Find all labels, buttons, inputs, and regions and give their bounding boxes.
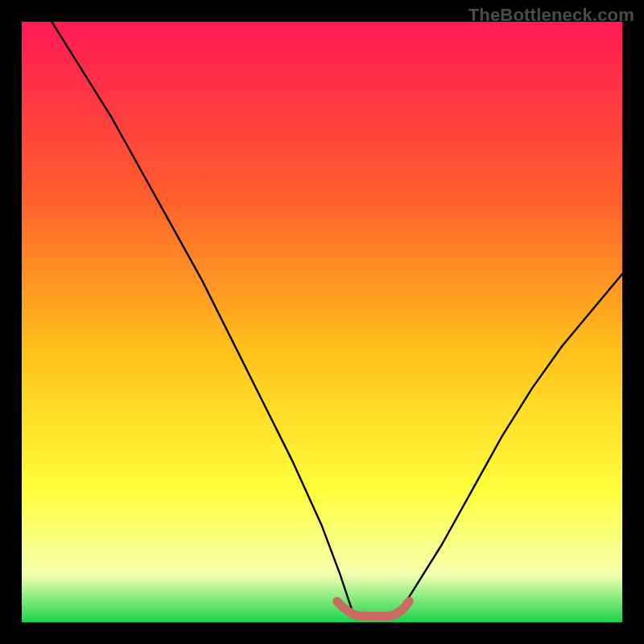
watermark-text: TheBottleneck.com bbox=[469, 5, 634, 26]
chart-frame: TheBottleneck.com bbox=[0, 0, 644, 644]
chart-svg bbox=[22, 22, 622, 622]
gradient-background bbox=[22, 22, 622, 622]
plot-area bbox=[22, 22, 622, 622]
